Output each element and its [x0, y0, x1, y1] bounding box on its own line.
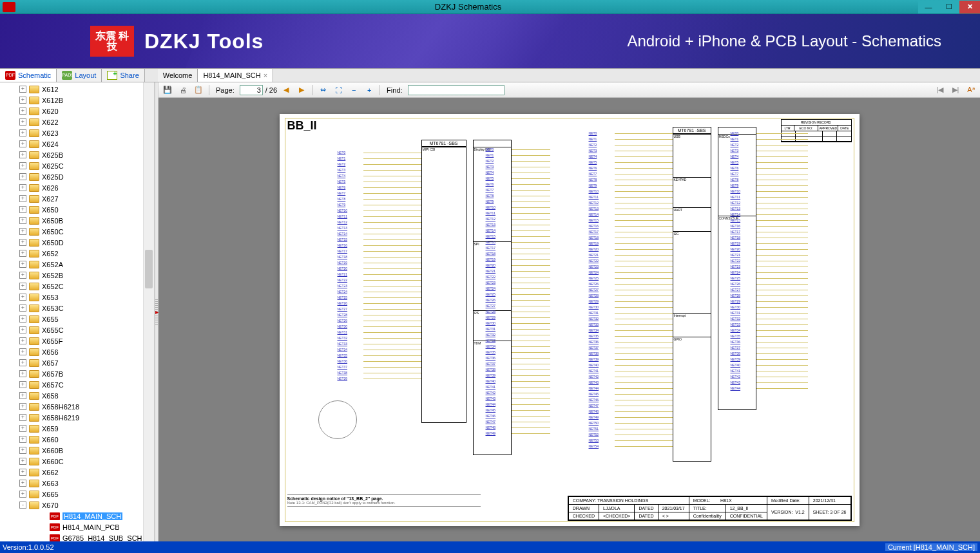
expand-icon[interactable]	[19, 86, 26, 93]
tree-folder-X657[interactable]: X657	[0, 357, 154, 368]
expand-icon[interactable]	[19, 239, 26, 246]
tree-folder-X625C[interactable]: X625C	[0, 160, 154, 171]
scrollbar-thumb[interactable]	[145, 250, 153, 288]
print-button[interactable]: 🖨	[177, 84, 189, 96]
tree-file-G6785_H814_SUB_SCH[interactable]: PDFG6785_H814_SUB_SCH	[0, 532, 154, 541]
tree-folder-X650C[interactable]: X650C	[0, 226, 154, 237]
tree-file-H814_MAIN_SCH[interactable]: PDFH814_MAIN_SCH	[0, 511, 154, 521]
tree-folder-X652B[interactable]: X652B	[0, 270, 154, 281]
tab-schematic[interactable]: PDF Schematic	[0, 69, 57, 82]
find-input[interactable]	[408, 85, 504, 95]
expand-icon[interactable]	[19, 195, 26, 202]
expand-icon[interactable]	[19, 294, 26, 301]
expand-icon[interactable]	[19, 425, 26, 432]
maximize-button[interactable]: ☐	[939, 1, 959, 14]
tree-folder-X657B[interactable]: X657B	[0, 368, 154, 379]
tree-file-H814_MAIN_PCB[interactable]: PDFH814_MAIN_PCB	[0, 521, 154, 532]
expand-icon[interactable]	[19, 97, 26, 104]
tree-folder-X612B[interactable]: X612B	[0, 95, 154, 106]
next-page-button[interactable]: ▶	[295, 84, 308, 96]
expand-icon[interactable]	[19, 337, 26, 344]
tree-folder-X624[interactable]: X624	[0, 138, 154, 149]
minimize-button[interactable]: —	[918, 1, 939, 14]
expand-icon[interactable]	[19, 140, 26, 147]
expand-icon[interactable]	[19, 108, 26, 115]
tree-folder-X658[interactable]: X658	[0, 390, 154, 401]
tree-folder-X659[interactable]: X659	[0, 423, 154, 434]
tree-folder-X626[interactable]: X626	[0, 182, 154, 193]
expand-icon[interactable]	[19, 491, 26, 498]
zoom-out-button[interactable]: −	[347, 84, 360, 96]
tree-folder-X650B[interactable]: X650B	[0, 215, 154, 226]
copy-button[interactable]: 📋	[192, 84, 205, 96]
tree-folder-X652[interactable]: X652	[0, 248, 154, 259]
tab-layout[interactable]: PADS Layout	[57, 69, 102, 82]
tree-folder-X655[interactable]: X655	[0, 314, 154, 324]
tree-folder-X625D[interactable]: X625D	[0, 171, 154, 182]
sidebar-scrollbar[interactable]	[143, 82, 154, 541]
expand-icon[interactable]	[19, 272, 26, 279]
tree-folder-X657C[interactable]: X657C	[0, 379, 154, 390]
highlight-button[interactable]: Aᵃ	[965, 84, 977, 96]
expand-icon[interactable]	[19, 129, 26, 136]
tree-folder-X652A[interactable]: X652A	[0, 259, 154, 270]
tree-folder-X660C[interactable]: X660C	[0, 456, 154, 467]
document-viewport[interactable]: BB_II REVISION RECORD LTR ECO NO: APPROV…	[159, 98, 980, 541]
tree-folder-X655C[interactable]: X655C	[0, 324, 154, 335]
find-next-button[interactable]: ▶|	[949, 84, 962, 96]
tree-folder-X653[interactable]: X653	[0, 292, 154, 303]
tree-folder-X650[interactable]: X650	[0, 204, 154, 215]
close-tab-icon[interactable]: ×	[264, 71, 267, 79]
expand-icon[interactable]	[19, 162, 26, 169]
expand-icon[interactable]	[19, 315, 26, 323]
tree-folder-X660[interactable]: X660	[0, 434, 154, 445]
close-button[interactable]: ✕	[959, 1, 980, 14]
expand-icon[interactable]	[19, 501, 26, 509]
expand-icon[interactable]	[19, 403, 26, 410]
expand-icon[interactable]	[19, 118, 26, 126]
tree-folder-X658H6218[interactable]: X658H6218	[0, 401, 154, 412]
tree-folder-X625B[interactable]: X625B	[0, 149, 154, 160]
tree-folder-X622[interactable]: X622	[0, 117, 154, 127]
expand-icon[interactable]	[19, 370, 26, 377]
expand-icon[interactable]	[19, 184, 26, 191]
expand-icon[interactable]	[19, 480, 26, 487]
tree-folder-X655F[interactable]: X655F	[0, 335, 154, 346]
expand-icon[interactable]	[19, 173, 26, 180]
expand-icon[interactable]	[19, 326, 26, 333]
expand-icon[interactable]	[19, 447, 26, 454]
tree-folder-X627[interactable]: X627	[0, 193, 154, 204]
expand-icon[interactable]	[19, 469, 26, 476]
expand-icon[interactable]	[19, 217, 26, 224]
tree-folder-X662[interactable]: X662	[0, 467, 154, 478]
expand-icon[interactable]	[19, 359, 26, 366]
expand-icon[interactable]	[19, 283, 26, 290]
expand-icon[interactable]	[19, 392, 26, 399]
prev-page-button[interactable]: ◀	[280, 84, 293, 96]
tree-folder-X623[interactable]: X623	[0, 127, 154, 138]
zoom-in-button[interactable]: +	[363, 84, 376, 96]
expand-icon[interactable]	[19, 250, 26, 257]
tree-folder-X658H6219[interactable]: X658H6219	[0, 412, 154, 423]
tree-view[interactable]: X612X612BX620X622X623X624X625BX625CX625D…	[0, 82, 154, 541]
expand-icon[interactable]	[19, 151, 26, 158]
fit-page-button[interactable]: ⛶	[332, 84, 345, 96]
tree-folder-X660B[interactable]: X660B	[0, 445, 154, 456]
tab-document[interactable]: H814_MAIN_SCH ×	[198, 69, 273, 82]
save-button[interactable]: 💾	[161, 84, 174, 96]
tree-folder-X652C[interactable]: X652C	[0, 281, 154, 292]
tree-folder-X656[interactable]: X656	[0, 346, 154, 357]
tab-welcome[interactable]: Welcome	[158, 69, 198, 82]
expand-icon[interactable]	[19, 458, 26, 465]
tree-folder-X650D[interactable]: X650D	[0, 237, 154, 248]
expand-icon[interactable]	[19, 228, 26, 235]
expand-icon[interactable]	[19, 261, 26, 268]
expand-icon[interactable]	[19, 206, 26, 213]
expand-icon[interactable]	[19, 381, 26, 388]
tree-folder-X612[interactable]: X612	[0, 84, 154, 95]
tree-folder-X620[interactable]: X620	[0, 106, 154, 117]
tree-folder-X653C[interactable]: X653C	[0, 303, 154, 314]
tree-folder-X665[interactable]: X665	[0, 489, 154, 500]
page-input[interactable]	[240, 85, 263, 95]
expand-icon[interactable]	[19, 348, 26, 355]
